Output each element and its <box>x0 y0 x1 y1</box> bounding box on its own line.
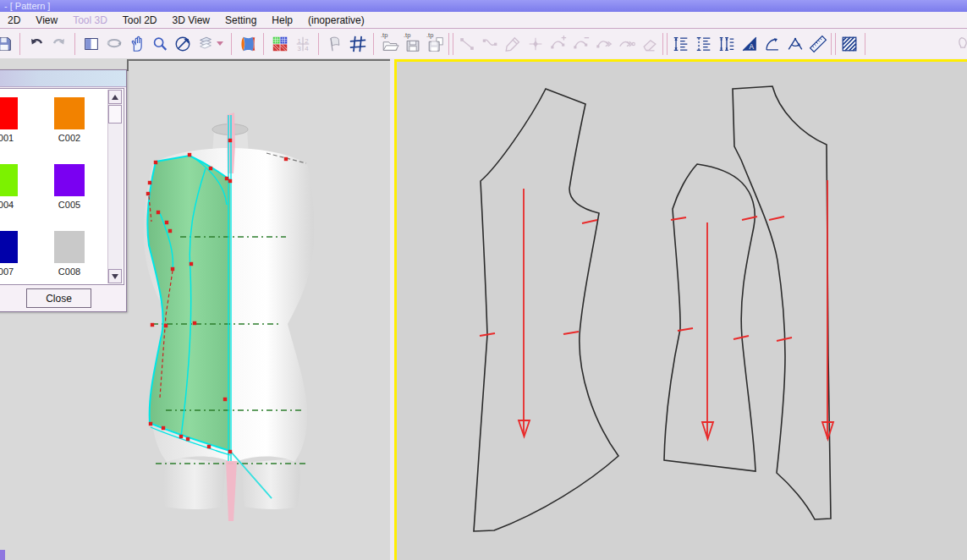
color-swatch-c004[interactable] <box>0 164 18 196</box>
menu-item-inoperative[interactable]: (inoperative) <box>300 14 372 26</box>
line-tool-icon <box>455 32 478 55</box>
color-palette-dialog: C001C002C004C005C007C008 Close <box>0 69 127 312</box>
color-swatch-c008[interactable] <box>54 231 85 263</box>
color-swatch-c002[interactable] <box>54 97 85 129</box>
tp-save-icon[interactable]: .tp <box>401 32 424 55</box>
palette-dialog-titlebar[interactable] <box>0 70 126 87</box>
window-corner-accent <box>0 550 5 560</box>
flag-icon <box>323 32 346 55</box>
swatch-label-c005: C005 <box>46 200 93 210</box>
toolbar-separator <box>831 33 832 55</box>
swatch-label-c001: C001 <box>0 133 26 143</box>
toolbar-separator <box>231 33 232 55</box>
palette-button-row: Close <box>0 284 126 311</box>
menu-item-tool-2d[interactable]: Tool 2D <box>115 14 165 26</box>
color-swatch-c001[interactable] <box>0 97 18 129</box>
split-view-icon[interactable] <box>80 32 102 55</box>
tp-file-label: .tp <box>426 31 433 39</box>
palette-swatch-list: C001C002C004C005C007C008 <box>0 88 124 285</box>
svg-text:2: 2 <box>305 36 308 44</box>
menu-item-3d-view[interactable]: 3D View <box>165 14 217 26</box>
svg-text:4: 4 <box>305 45 309 52</box>
measure-double-icon[interactable] <box>715 32 738 55</box>
scroll-down-icon <box>112 274 118 279</box>
partial-tool-icon <box>952 32 967 55</box>
angle-arc-icon[interactable] <box>783 32 806 55</box>
menu-item-setting[interactable]: Setting <box>217 14 264 26</box>
2d-viewport[interactable] <box>394 59 967 560</box>
toolbar-separator <box>318 33 319 55</box>
tp-file-label: .tp <box>381 31 387 39</box>
rotate-view-icon[interactable] <box>171 32 194 55</box>
measure-vertical-icon[interactable] <box>669 32 692 55</box>
menu-item-view[interactable]: View <box>28 14 65 26</box>
color-swatch-c007[interactable] <box>0 231 18 263</box>
scrollbar-thumb[interactable] <box>108 105 122 124</box>
toolbar-separator <box>373 33 374 55</box>
menu-item-2d[interactable]: 2D <box>0 14 28 26</box>
svg-text:3: 3 <box>297 45 300 52</box>
ruler-icon[interactable] <box>806 32 829 55</box>
measure-dashed-icon[interactable] <box>692 32 715 55</box>
pencil-tool-icon <box>501 32 524 55</box>
window-titlebar: - [ Pattern ] <box>0 0 967 12</box>
menu-item-tool-3d: Tool 3D <box>65 14 115 26</box>
close-button[interactable]: Close <box>26 288 91 308</box>
color-swatch-c005[interactable] <box>54 164 85 196</box>
swatch-label-c007: C007 <box>0 266 26 277</box>
mannequin-right-leg <box>241 458 300 509</box>
pattern-piece-front[interactable] <box>474 89 618 531</box>
pattern-canvas <box>397 62 967 560</box>
palette-scrollbar[interactable] <box>107 90 123 283</box>
curve-remove-icon <box>569 32 592 55</box>
redo-icon <box>47 32 70 55</box>
toolbar-separator <box>835 33 836 55</box>
dropdown-arrow-icon[interactable] <box>217 41 223 46</box>
point-tool-icon <box>524 32 547 55</box>
angle-rotate-icon[interactable] <box>761 32 783 55</box>
swatch-label-c008: C008 <box>46 266 93 277</box>
curve-direction-icon <box>592 32 615 55</box>
pattern-piece-side[interactable] <box>664 164 755 471</box>
quadrant-1234-icon: 1234 <box>291 32 314 55</box>
menu-item-help[interactable]: Help <box>264 14 300 26</box>
pan-hand-icon[interactable] <box>125 32 148 55</box>
tp-file-label: .tp <box>404 31 410 39</box>
toolbar-separator <box>667 33 668 55</box>
tp-save-as-icon[interactable]: .tp <box>424 32 447 55</box>
garment-piece-3d[interactable] <box>147 156 230 451</box>
tp-open-icon[interactable]: .tp <box>378 32 401 55</box>
save-file-icon[interactable] <box>0 32 15 55</box>
toolbar-separator <box>662 33 663 55</box>
scroll-down-button[interactable] <box>108 269 122 283</box>
eraser-tool-icon <box>638 32 661 55</box>
rotate-3d-icon[interactable] <box>102 32 125 55</box>
scroll-up-icon <box>112 95 118 100</box>
toolbar-separator <box>263 33 264 55</box>
pattern-piece-back[interactable] <box>733 86 831 519</box>
hatch-fill-icon[interactable] <box>838 32 860 55</box>
toolbar-separator <box>448 33 449 55</box>
mannequin-left-leg <box>163 457 226 509</box>
area-measure-icon[interactable]: A <box>738 32 761 55</box>
workspace: C001C002C004C005C007C008 Close <box>0 58 967 560</box>
application-window: - [ Pattern ] 2DViewTool 3DTool 2D3D Vie… <box>0 0 967 560</box>
color-lens-icon[interactable] <box>236 32 259 55</box>
grid-snap-icon[interactable] <box>346 32 369 55</box>
window-title: - [ Pattern ] <box>4 1 50 11</box>
toolbar-separator <box>865 33 865 55</box>
layer-papers-icon[interactable] <box>194 32 217 55</box>
svg-text:A: A <box>749 42 754 50</box>
pink-plane-bottom <box>226 461 237 521</box>
toolbar-separator <box>74 33 75 55</box>
undo-icon[interactable] <box>25 32 47 55</box>
curve-direction-2-icon <box>615 32 638 55</box>
svg-text:1: 1 <box>297 36 300 44</box>
scroll-up-button[interactable] <box>108 90 122 104</box>
zoom-magnifier-icon[interactable] <box>148 32 171 55</box>
swatch-label-c004: C004 <box>0 200 26 210</box>
color-grid-icon[interactable] <box>268 32 291 55</box>
toolbar-separator <box>453 33 453 55</box>
curve-tool-icon <box>478 32 501 55</box>
toolbar: 1234.tp.tp.tpA <box>0 29 967 59</box>
